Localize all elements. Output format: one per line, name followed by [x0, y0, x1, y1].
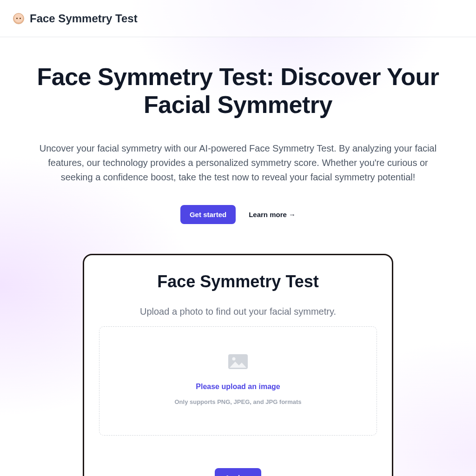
- svg-point-1: [232, 357, 236, 360]
- brand-title: Face Symmetry Test: [30, 12, 138, 25]
- upload-hint: Only supports PNG, JPEG, and JPG formats: [109, 398, 367, 405]
- hero-description: Uncover your facial symmetry with our AI…: [38, 141, 438, 185]
- image-placeholder-icon: [228, 354, 248, 370]
- cta-row: Get started Learn more →: [26, 205, 450, 224]
- hero-section: Face Symmetry Test: Discover Your Facial…: [0, 37, 476, 239]
- page-title: Face Symmetry Test: Discover Your Facial…: [26, 63, 450, 119]
- learn-more-link[interactable]: Learn more →: [249, 211, 296, 218]
- card-title: Face Symmetry Test: [99, 272, 377, 291]
- card-subtitle: Upload a photo to find out your facial s…: [99, 306, 377, 317]
- upload-prompt: Please upload an image: [109, 383, 367, 391]
- upload-dropzone[interactable]: Please upload an image Only supports PNG…: [99, 326, 377, 436]
- get-started-button[interactable]: Get started: [180, 205, 236, 224]
- upload-card: Face Symmetry Test Upload a photo to fin…: [83, 254, 393, 476]
- analyze-button[interactable]: Analyze: [215, 468, 262, 476]
- site-header: Face Symmetry Test: [0, 0, 476, 37]
- logo-icon: [13, 13, 24, 24]
